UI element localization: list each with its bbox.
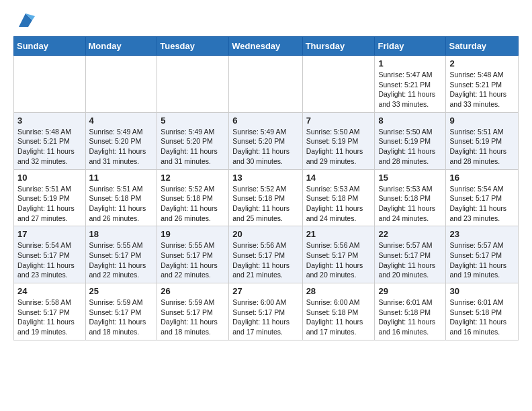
day-number: 6 bbox=[232, 116, 298, 126]
calendar-cell bbox=[157, 56, 229, 113]
calendar-cell: 29Sunrise: 6:01 AMSunset: 5:18 PMDayligh… bbox=[375, 283, 446, 340]
page: SundayMondayTuesdayWednesdayThursdayFrid… bbox=[0, 0, 532, 351]
calendar-cell: 12Sunrise: 5:52 AMSunset: 5:18 PMDayligh… bbox=[157, 169, 229, 226]
day-number: 15 bbox=[378, 173, 442, 183]
calendar-cell: 6Sunrise: 5:49 AMSunset: 5:20 PMDaylight… bbox=[229, 112, 302, 169]
day-info: Sunrise: 6:00 AMSunset: 5:18 PMDaylight:… bbox=[306, 298, 371, 337]
day-number: 29 bbox=[378, 286, 442, 296]
day-info: Sunrise: 5:51 AMSunset: 5:18 PMDaylight:… bbox=[89, 184, 154, 224]
day-info: Sunrise: 5:51 AMSunset: 5:19 PMDaylight:… bbox=[449, 127, 515, 167]
calendar-cell: 19Sunrise: 5:55 AMSunset: 5:17 PMDayligh… bbox=[157, 226, 229, 283]
day-info: Sunrise: 5:54 AMSunset: 5:17 PMDaylight:… bbox=[17, 240, 82, 280]
day-info: Sunrise: 5:49 AMSunset: 5:20 PMDaylight:… bbox=[161, 127, 225, 167]
weekday-header-monday: Monday bbox=[85, 37, 157, 56]
calendar-cell: 17Sunrise: 5:54 AMSunset: 5:17 PMDayligh… bbox=[14, 226, 86, 283]
day-number: 30 bbox=[449, 286, 515, 296]
day-number: 9 bbox=[449, 116, 515, 126]
calendar-cell: 7Sunrise: 5:50 AMSunset: 5:19 PMDaylight… bbox=[302, 112, 375, 169]
day-number: 24 bbox=[17, 286, 82, 296]
header bbox=[13, 11, 519, 30]
day-info: Sunrise: 5:48 AMSunset: 5:21 PMDaylight:… bbox=[17, 127, 82, 167]
calendar-cell: 23Sunrise: 5:57 AMSunset: 5:17 PMDayligh… bbox=[446, 226, 519, 283]
calendar-cell: 11Sunrise: 5:51 AMSunset: 5:18 PMDayligh… bbox=[85, 169, 157, 226]
day-info: Sunrise: 6:01 AMSunset: 5:18 PMDaylight:… bbox=[449, 298, 515, 337]
day-number: 18 bbox=[89, 229, 154, 239]
day-number: 8 bbox=[378, 116, 442, 126]
day-number: 23 bbox=[449, 229, 515, 239]
logo-icon bbox=[16, 11, 35, 30]
calendar-cell: 25Sunrise: 5:59 AMSunset: 5:17 PMDayligh… bbox=[85, 283, 157, 340]
calendar-cell: 22Sunrise: 5:57 AMSunset: 5:17 PMDayligh… bbox=[375, 226, 446, 283]
calendar-cell: 10Sunrise: 5:51 AMSunset: 5:19 PMDayligh… bbox=[14, 169, 86, 226]
day-number: 1 bbox=[378, 58, 442, 68]
calendar-cell: 1Sunrise: 5:47 AMSunset: 5:21 PMDaylight… bbox=[375, 56, 446, 113]
day-info: Sunrise: 5:56 AMSunset: 5:17 PMDaylight:… bbox=[232, 240, 298, 280]
calendar-cell: 5Sunrise: 5:49 AMSunset: 5:20 PMDaylight… bbox=[157, 112, 229, 169]
day-info: Sunrise: 5:48 AMSunset: 5:21 PMDaylight:… bbox=[449, 70, 515, 109]
day-number: 13 bbox=[232, 173, 298, 183]
calendar-week-4: 17Sunrise: 5:54 AMSunset: 5:17 PMDayligh… bbox=[14, 226, 519, 283]
calendar-cell: 14Sunrise: 5:53 AMSunset: 5:18 PMDayligh… bbox=[302, 169, 375, 226]
calendar-table: SundayMondayTuesdayWednesdayThursdayFrid… bbox=[13, 36, 519, 340]
calendar-week-2: 3Sunrise: 5:48 AMSunset: 5:21 PMDaylight… bbox=[14, 112, 519, 169]
calendar-cell bbox=[229, 56, 302, 113]
calendar-cell: 27Sunrise: 6:00 AMSunset: 5:17 PMDayligh… bbox=[229, 283, 302, 340]
calendar-cell bbox=[302, 56, 375, 113]
day-number: 25 bbox=[89, 286, 154, 296]
calendar-cell: 2Sunrise: 5:48 AMSunset: 5:21 PMDaylight… bbox=[446, 56, 519, 113]
day-number: 27 bbox=[232, 286, 298, 296]
calendar-cell: 4Sunrise: 5:49 AMSunset: 5:20 PMDaylight… bbox=[85, 112, 157, 169]
day-info: Sunrise: 5:55 AMSunset: 5:17 PMDaylight:… bbox=[161, 240, 225, 280]
day-number: 21 bbox=[306, 229, 371, 239]
day-number: 20 bbox=[232, 229, 298, 239]
day-info: Sunrise: 5:49 AMSunset: 5:20 PMDaylight:… bbox=[89, 127, 154, 167]
day-info: Sunrise: 5:55 AMSunset: 5:17 PMDaylight:… bbox=[89, 240, 154, 280]
calendar-cell: 24Sunrise: 5:58 AMSunset: 5:17 PMDayligh… bbox=[14, 283, 86, 340]
day-info: Sunrise: 5:56 AMSunset: 5:17 PMDaylight:… bbox=[306, 240, 371, 280]
day-info: Sunrise: 5:49 AMSunset: 5:20 PMDaylight:… bbox=[232, 127, 298, 167]
day-number: 17 bbox=[17, 229, 82, 239]
calendar-cell bbox=[14, 56, 86, 113]
calendar-cell: 13Sunrise: 5:52 AMSunset: 5:18 PMDayligh… bbox=[229, 169, 302, 226]
day-info: Sunrise: 5:57 AMSunset: 5:17 PMDaylight:… bbox=[449, 240, 515, 280]
calendar-cell: 16Sunrise: 5:54 AMSunset: 5:17 PMDayligh… bbox=[446, 169, 519, 226]
logo bbox=[13, 11, 35, 30]
calendar-cell: 18Sunrise: 5:55 AMSunset: 5:17 PMDayligh… bbox=[85, 226, 157, 283]
day-info: Sunrise: 5:59 AMSunset: 5:17 PMDaylight:… bbox=[89, 298, 154, 337]
day-number: 19 bbox=[161, 229, 225, 239]
day-info: Sunrise: 5:50 AMSunset: 5:19 PMDaylight:… bbox=[378, 127, 442, 167]
day-info: Sunrise: 5:50 AMSunset: 5:19 PMDaylight:… bbox=[306, 127, 371, 167]
calendar-cell: 26Sunrise: 5:59 AMSunset: 5:17 PMDayligh… bbox=[157, 283, 229, 340]
day-info: Sunrise: 5:47 AMSunset: 5:21 PMDaylight:… bbox=[378, 70, 442, 109]
calendar-cell: 9Sunrise: 5:51 AMSunset: 5:19 PMDaylight… bbox=[446, 112, 519, 169]
day-info: Sunrise: 5:57 AMSunset: 5:17 PMDaylight:… bbox=[378, 240, 442, 280]
day-number: 2 bbox=[449, 58, 515, 68]
day-number: 4 bbox=[89, 116, 154, 126]
day-number: 7 bbox=[306, 116, 371, 126]
day-info: Sunrise: 5:53 AMSunset: 5:18 PMDaylight:… bbox=[306, 184, 371, 224]
day-info: Sunrise: 5:52 AMSunset: 5:18 PMDaylight:… bbox=[232, 184, 298, 224]
day-info: Sunrise: 6:00 AMSunset: 5:17 PMDaylight:… bbox=[232, 298, 298, 337]
day-info: Sunrise: 5:59 AMSunset: 5:17 PMDaylight:… bbox=[161, 298, 225, 337]
day-number: 10 bbox=[17, 173, 82, 183]
day-info: Sunrise: 5:53 AMSunset: 5:18 PMDaylight:… bbox=[378, 184, 442, 224]
day-number: 28 bbox=[306, 286, 371, 296]
calendar-week-5: 24Sunrise: 5:58 AMSunset: 5:17 PMDayligh… bbox=[14, 283, 519, 340]
day-number: 26 bbox=[161, 286, 225, 296]
calendar-cell bbox=[85, 56, 157, 113]
day-number: 22 bbox=[378, 229, 442, 239]
day-number: 3 bbox=[17, 116, 82, 126]
day-info: Sunrise: 5:52 AMSunset: 5:18 PMDaylight:… bbox=[161, 184, 225, 224]
calendar-week-3: 10Sunrise: 5:51 AMSunset: 5:19 PMDayligh… bbox=[14, 169, 519, 226]
weekday-header-sunday: Sunday bbox=[14, 37, 86, 56]
calendar-cell: 20Sunrise: 5:56 AMSunset: 5:17 PMDayligh… bbox=[229, 226, 302, 283]
calendar-week-1: 1Sunrise: 5:47 AMSunset: 5:21 PMDaylight… bbox=[14, 56, 519, 113]
weekday-header-saturday: Saturday bbox=[446, 37, 519, 56]
day-info: Sunrise: 5:54 AMSunset: 5:17 PMDaylight:… bbox=[449, 184, 515, 224]
calendar-cell: 3Sunrise: 5:48 AMSunset: 5:21 PMDaylight… bbox=[14, 112, 86, 169]
weekday-header-tuesday: Tuesday bbox=[157, 37, 229, 56]
weekday-header-wednesday: Wednesday bbox=[229, 37, 302, 56]
day-number: 12 bbox=[161, 173, 225, 183]
calendar-header-row: SundayMondayTuesdayWednesdayThursdayFrid… bbox=[14, 37, 519, 56]
day-number: 16 bbox=[449, 173, 515, 183]
